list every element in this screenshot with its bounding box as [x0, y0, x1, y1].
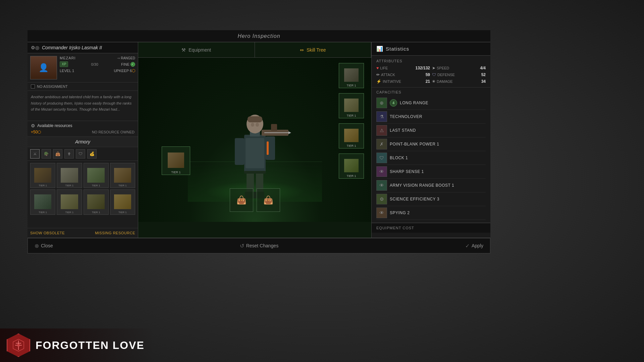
assignment-row[interactable]: NO ASSIGNMENT: [28, 82, 138, 91]
equip-slot-belt[interactable]: TIER 1: [339, 154, 364, 179]
armory-item-4[interactable]: TIER 1: [110, 163, 135, 188]
description-area: Another ambitious and talented child fro…: [28, 91, 138, 121]
item-4-img: [114, 168, 131, 183]
equipment-cost-section: EQUIPMENT COST: [372, 223, 490, 233]
svg-rect-11: [235, 138, 244, 165]
equip-slot-accessory[interactable]: TIER 1: [339, 123, 364, 148]
attributes-label: ATTRIBUTES: [376, 59, 486, 63]
capacity-row-0: ⊕4LONG RANGE: [376, 96, 486, 110]
life-icon: ♥: [376, 66, 379, 70]
window-title: Hero Inspection: [237, 33, 280, 39]
armory-item-2[interactable]: TIER 1: [57, 163, 82, 188]
cap-icon-inner-4: 🛡: [379, 155, 384, 161]
defense-icon: 🛡: [432, 72, 436, 77]
close-label: Close: [41, 243, 53, 248]
close-icon: ⊗: [35, 243, 39, 249]
statistics-title: Statistics: [386, 46, 409, 52]
apply-button[interactable]: ✓ Apply: [465, 243, 483, 249]
attack-value: 59: [426, 72, 430, 77]
initiative-icon: ⚡: [376, 79, 381, 84]
cap-icon-inner-3: ✗: [380, 141, 384, 147]
armory-item-1[interactable]: TIER 1: [30, 163, 55, 188]
svg-point-10: [256, 123, 259, 127]
item-5-tier: TIER 1: [39, 211, 47, 214]
game-logo: FORGOTTEN LOVE: [0, 328, 154, 362]
cap-icon-inner-2: ⚠: [380, 128, 384, 133]
resources-icon: ⚙: [31, 123, 35, 128]
gold-amount: +50⬡: [31, 130, 41, 134]
cap-icon-inner-7: ⚙: [380, 196, 384, 202]
game-title: FORGOTTEN LOVE: [36, 339, 145, 352]
tab-equipment[interactable]: ⚒ Equipment: [138, 42, 255, 57]
hero-portrait: 👤: [30, 56, 57, 79]
armory-item-3[interactable]: TIER 1: [84, 163, 109, 188]
bag-icon-2: 👜: [263, 195, 273, 205]
capacity-icon-2: ⚠: [376, 125, 387, 136]
life-value: 132/132: [416, 66, 430, 70]
cap-icon-inner-1: ⚗: [380, 114, 384, 119]
item-8-tier: TIER 1: [118, 211, 127, 214]
life-attr: ♥ LIFE 132/132: [376, 66, 430, 70]
hero-name: Commander Irjsko Lasmak II: [42, 45, 102, 50]
svg-marker-17: [288, 131, 291, 134]
body-equip-img: [344, 99, 359, 112]
armory-tab-weapon[interactable]: ⚔: [30, 149, 40, 159]
missing-resource-button[interactable]: MISSING RESOURCE: [95, 231, 135, 235]
bag-icon-1: 👜: [236, 195, 247, 205]
capacity-row-1: ⚗TECHNOLOVER: [376, 110, 486, 124]
item-5-img: [34, 194, 51, 209]
cap-icon-inner-5: 👁: [379, 169, 384, 174]
head-equip-tier: TIER 1: [346, 84, 356, 87]
level-label: LEVEL 1: [60, 69, 74, 73]
condition-badge: FINE ✓: [121, 62, 135, 67]
life-label: LIFE: [380, 66, 414, 70]
equip-slot-head[interactable]: TIER 1: [339, 63, 364, 88]
xp-badge: XP: [60, 61, 68, 67]
capacity-row-8: 👁SPYING 2: [376, 206, 486, 220]
armory-tab-shield[interactable]: 🛡: [76, 149, 85, 159]
armory-tab-bag[interactable]: 👜: [53, 149, 62, 159]
svg-point-20: [17, 344, 20, 347]
condition-icon: ✓: [130, 62, 135, 67]
resources-title: Available resources: [37, 123, 72, 128]
cap-icon-inner-8: 👁: [379, 210, 384, 216]
show-obsolete-button[interactable]: SHOW OBSOLETE: [30, 231, 65, 235]
armory-item-5[interactable]: TIER 1: [30, 189, 55, 215]
defense-attr: 🛡 DEFENSE 52: [432, 72, 486, 77]
reset-label: Reset Changes: [246, 243, 279, 248]
tab-skill-tree[interactable]: ⇔ Skill Tree: [255, 42, 372, 57]
upkeep-label: UPKEEP 6⬡: [114, 68, 135, 73]
armory-item-8[interactable]: TIER 1: [110, 189, 135, 215]
bag-slot-2[interactable]: 👜: [257, 188, 280, 212]
faction-name: MEZARI: [60, 56, 76, 60]
close-button[interactable]: ⊗ Close: [35, 243, 53, 249]
item-2-img: [61, 168, 78, 183]
left-panel: ⚙◎ Commander Irjsko Lasmak II 👤 MEZARI ⇾…: [28, 42, 138, 238]
equipment-tab-label: Equipment: [189, 47, 211, 53]
title-bar: Hero Inspection: [28, 30, 490, 42]
assignment-checkbox[interactable]: [31, 84, 35, 88]
damage-icon: ✳: [432, 79, 435, 84]
bag-slot-1[interactable]: 👜: [230, 188, 253, 212]
armory-tab-gold[interactable]: 💰: [87, 149, 97, 159]
item-3-img: [87, 168, 104, 183]
speed-value: 4/4: [480, 66, 486, 70]
item-7-img: [87, 194, 104, 209]
initiative-label: INITIATIVE: [383, 79, 424, 83]
weapon-slot[interactable]: TIER 1: [162, 146, 190, 175]
armory-tabs: ⚔ 🪖 👜 🗡 🛡 💰: [28, 147, 138, 161]
head-equip-img: [344, 68, 359, 82]
defense-label: DEFENSE: [437, 73, 480, 77]
svg-point-9: [251, 123, 254, 127]
reset-button[interactable]: ↺ Reset Changes: [240, 243, 279, 249]
speed-attr: ➤ SPEED 4/4: [432, 66, 486, 70]
armory-item-6[interactable]: TIER 1: [57, 189, 82, 215]
capacity-row-7: ⚙SCIENCE EFFICIENCY 3: [376, 192, 486, 206]
armory-tab-sword[interactable]: 🗡: [64, 149, 74, 159]
assignment-text: NO ASSIGNMENT: [37, 84, 68, 88]
capacity-name-5: SHARP SENSE 1: [390, 169, 424, 174]
armory-item-7[interactable]: TIER 1: [84, 189, 109, 215]
armory-tab-helmet[interactable]: 🪖: [42, 149, 51, 159]
apply-label: Apply: [472, 243, 483, 248]
equip-slot-body[interactable]: TIER 1: [339, 93, 364, 118]
